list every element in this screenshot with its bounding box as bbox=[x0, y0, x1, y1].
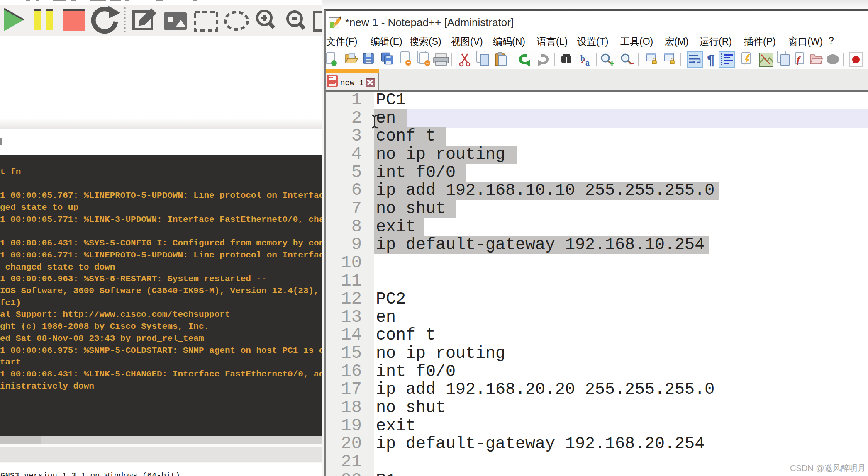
svg-text:¶: ¶ bbox=[707, 52, 715, 68]
svg-text:a: a bbox=[585, 58, 590, 67]
